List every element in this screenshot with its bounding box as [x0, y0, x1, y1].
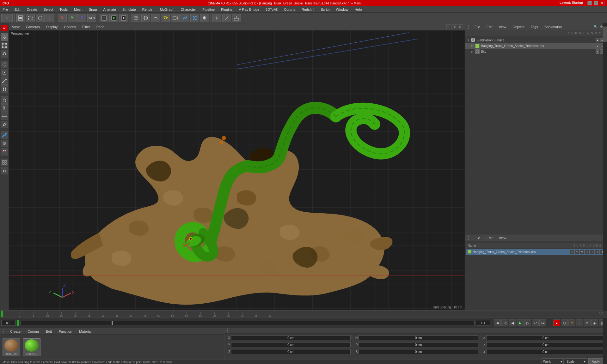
tool-rect-select[interactable] — [26, 14, 35, 22]
menu-vray[interactable]: V-Ray Bridge — [237, 7, 261, 12]
subdiv-vis-1[interactable]: ● — [596, 38, 599, 42]
size-p-input[interactable] — [359, 342, 478, 347]
minimize-button[interactable]: ─ — [587, 1, 592, 5]
am-tab-file[interactable]: File — [473, 235, 481, 240]
menu-select[interactable]: Select — [42, 7, 55, 12]
tool-floor[interactable] — [232, 14, 241, 22]
size-b-input[interactable] — [359, 349, 478, 354]
menu-tools[interactable]: Tools — [58, 7, 69, 12]
attr-btn-3[interactable]: ⚙ — [580, 250, 584, 254]
menu-mesh[interactable]: Mesh — [73, 7, 84, 12]
tl-btn-play-back[interactable]: ◀ — [509, 319, 516, 326]
mat-tab-material[interactable]: Material — [78, 329, 93, 334]
tool-deformer[interactable] — [181, 14, 189, 22]
left-tool-spline2[interactable]: S — [1, 140, 8, 147]
vp-tab-cameras[interactable]: Cameras — [25, 24, 41, 29]
tool-render-preview[interactable] — [109, 14, 118, 22]
tl-btn-goto-end[interactable]: ↩ — [532, 319, 539, 326]
maximize-button[interactable]: □ — [594, 1, 598, 5]
timeline-slider[interactable] — [21, 321, 475, 325]
om-tab-tags[interactable]: Tags — [530, 24, 539, 29]
menu-simulate[interactable]: Simulate — [121, 7, 137, 12]
pos-x-input[interactable] — [231, 335, 351, 340]
tool-material[interactable] — [200, 14, 209, 22]
left-tool-magnet[interactable] — [1, 148, 8, 155]
viewport[interactable]: Perspective — [9, 30, 465, 310]
menu-render[interactable]: Render — [141, 7, 155, 12]
snake-vis-1[interactable]: ● — [596, 44, 599, 48]
object-item-snake[interactable]: ▷ Hanging_Trunk_Green_Snake_Trimeresurus… — [465, 43, 607, 49]
menu-redshift[interactable]: Redshift — [300, 7, 316, 12]
tool-world[interactable]: WLD — [87, 14, 96, 22]
tl-render-btn-3[interactable]: ⊙ — [568, 319, 575, 326]
attr-btn-6[interactable]: ⧖ — [595, 250, 599, 254]
om-tab-view[interactable]: View — [498, 24, 508, 29]
menu-plugins[interactable]: Plugins — [220, 7, 234, 12]
left-tool-scale[interactable] — [1, 42, 8, 49]
size-h-input[interactable] — [359, 335, 478, 340]
pos-z-input[interactable] — [231, 349, 351, 354]
left-tool-point[interactable] — [1, 85, 8, 93]
tool-render-region[interactable] — [100, 14, 108, 22]
mat-tab-edit[interactable]: Edit — [45, 329, 53, 334]
om-tab-edit[interactable]: Edit — [485, 24, 494, 29]
menu-script[interactable]: Script — [319, 7, 331, 12]
attr-btn-5[interactable]: ○ — [590, 250, 594, 254]
menu-help[interactable]: Help — [353, 7, 363, 12]
vp-btn-expand[interactable]: ↕ — [446, 24, 451, 29]
menu-snap[interactable]: Snap — [88, 7, 98, 12]
left-tool-measure[interactable] — [1, 112, 8, 120]
tl-render-btn-4[interactable]: ○ — [576, 319, 583, 326]
rot-x-input[interactable] — [486, 335, 606, 340]
tl-btn-record-end[interactable]: ⏭ — [539, 319, 546, 326]
left-tool-paint[interactable] — [1, 96, 8, 104]
pos-y-input[interactable] — [231, 342, 351, 347]
tool-object-cube[interactable] — [132, 14, 140, 22]
menu-file[interactable]: File — [1, 7, 9, 12]
left-tool-knife[interactable] — [1, 121, 8, 128]
vp-btn-crosshair[interactable]: ⊕ — [452, 24, 457, 29]
vp-tab-panel[interactable]: Panel — [95, 24, 107, 29]
om-tab-objects[interactable]: Objects — [511, 24, 525, 29]
om-tab-file[interactable]: File — [473, 24, 481, 29]
left-tool-poly[interactable] — [1, 69, 8, 76]
mat-tab-function[interactable]: Function — [58, 329, 73, 334]
tl-render-btn-1[interactable]: ● — [553, 319, 560, 326]
left-tool-spline1[interactable] — [1, 131, 8, 139]
world-dropdown[interactable]: World ▾ — [542, 358, 564, 364]
menu-character[interactable]: Character — [180, 7, 197, 12]
left-tool-grab[interactable] — [1, 104, 8, 112]
tool-undo[interactable]: ⮌ — [1, 14, 13, 22]
attr-selected-item[interactable]: Hanging_Trunk_Green_Snake_Trimeresurus ⬡… — [466, 249, 606, 255]
left-tool-grid[interactable] — [1, 159, 8, 166]
attr-btn-4[interactable]: ≡ — [585, 250, 589, 254]
tool-camera[interactable] — [171, 14, 180, 22]
tl-btn-prev-frame[interactable]: ◁ — [501, 319, 508, 326]
tl-btn-goto-start[interactable]: ⏮ — [494, 319, 501, 326]
tool-particles[interactable] — [190, 14, 199, 22]
attr-btn-1[interactable]: ⬡ — [570, 250, 574, 254]
menu-window[interactable]: Window — [335, 7, 350, 12]
left-tool-move[interactable] — [1, 33, 8, 41]
attr-btn-2[interactable]: ✎ — [575, 250, 579, 254]
tl-green-btn[interactable] — [17, 320, 19, 326]
tool-live-select[interactable] — [16, 14, 25, 22]
rot-z-input[interactable] — [486, 349, 606, 354]
tl-render-btn-2[interactable]: ⬡ — [561, 319, 568, 326]
tool-circle-select[interactable] — [36, 14, 45, 22]
mat-tab-corona[interactable]: Corona — [26, 329, 40, 334]
material-thumb-snake[interactable]: Snake_C — [23, 338, 40, 356]
menu-edit[interactable]: Edit — [13, 7, 22, 12]
menu-create[interactable]: Create — [26, 7, 39, 12]
vp-tab-options[interactable]: Options — [63, 24, 77, 29]
am-tab-view[interactable]: View — [498, 235, 508, 240]
right-scrollbar-thumb[interactable] — [603, 27, 607, 42]
left-tool-rotate[interactable] — [1, 50, 8, 58]
close-button[interactable]: ✕ — [600, 1, 604, 5]
left-tool-symmetry[interactable] — [1, 167, 8, 174]
object-item-sky[interactable]: ▷ Sky ● ● — [465, 49, 607, 54]
apply-button[interactable]: Apply — [588, 358, 603, 364]
tool-object-sphere[interactable] — [141, 14, 150, 22]
current-frame-input[interactable] — [1, 320, 15, 326]
scale-dropdown[interactable]: Scale ▾ — [565, 358, 587, 364]
